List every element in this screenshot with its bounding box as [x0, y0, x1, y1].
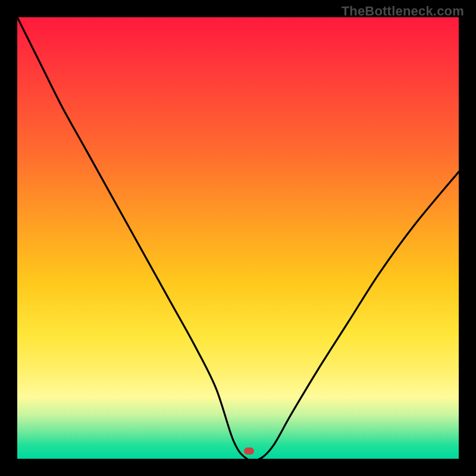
bottleneck-curve: [17, 17, 459, 459]
minimum-marker: [244, 447, 254, 455]
chart-frame: TheBottleneck.com: [0, 0, 476, 476]
plot-area: [17, 17, 459, 459]
